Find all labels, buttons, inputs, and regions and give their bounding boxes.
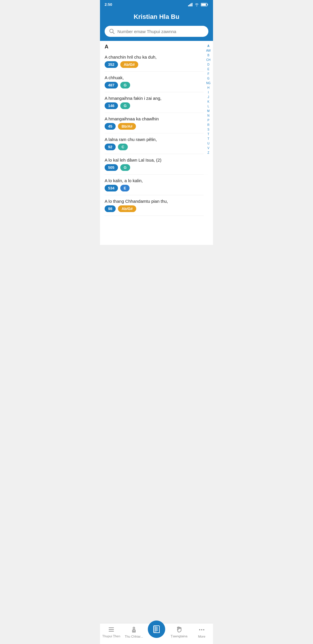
list-item[interactable]: A hmangaihna fakin i zai ang, 146 G bbox=[105, 92, 208, 113]
song-badges: 487 G bbox=[105, 82, 200, 88]
alpha-CH[interactable]: CH bbox=[206, 58, 210, 62]
song-badges: 534 E bbox=[105, 185, 200, 191]
header: Kristian Hla Bu bbox=[100, 9, 213, 26]
alpha-G[interactable]: G bbox=[207, 76, 210, 81]
search-icon bbox=[109, 29, 114, 34]
search-input[interactable] bbox=[117, 29, 204, 34]
alpha-Z[interactable]: Z bbox=[208, 151, 209, 155]
song-badges: 352 Ab/G# bbox=[105, 61, 200, 68]
alpha-I[interactable]: I bbox=[208, 90, 209, 95]
list-item[interactable]: A lo kalin, a lo kalin, 534 E bbox=[105, 175, 208, 195]
svg-rect-5 bbox=[208, 4, 208, 5]
song-number: 92 bbox=[105, 144, 116, 150]
song-badges: 45 Bb/A# bbox=[105, 123, 200, 130]
list-item[interactable]: A lo thang Chhandamtu pian thu, 98 Ab/G# bbox=[105, 195, 208, 216]
song-badges: 505 G bbox=[105, 164, 200, 171]
alpha-F[interactable]: F bbox=[208, 72, 209, 76]
alpha-H[interactable]: H bbox=[207, 86, 209, 90]
status-icons bbox=[188, 3, 208, 6]
alpha-V[interactable]: V bbox=[208, 146, 210, 151]
alpha-K[interactable]: K bbox=[208, 100, 210, 104]
song-number: 352 bbox=[105, 61, 118, 68]
section-letter: A bbox=[100, 41, 213, 51]
song-tag: C bbox=[118, 144, 128, 150]
song-tag: G bbox=[120, 102, 130, 109]
alpha-J[interactable]: J bbox=[208, 95, 209, 100]
song-title: A lo kalin, a lo kalin, bbox=[105, 178, 200, 183]
song-number: 98 bbox=[105, 205, 116, 212]
song-title: A hmangaihna fakin i zai ang, bbox=[105, 96, 200, 101]
song-tag: G bbox=[120, 82, 130, 88]
song-list: A chanchin hril chu ka duh, 352 Ab/G# A … bbox=[100, 51, 213, 216]
song-title: A chhuak, bbox=[105, 75, 200, 80]
alpha-N[interactable]: N bbox=[207, 113, 209, 118]
song-badges: 98 Ab/G# bbox=[105, 205, 200, 212]
list-item[interactable]: A chhuak, 487 G bbox=[105, 72, 208, 92]
song-tag: Bb/A# bbox=[118, 123, 136, 130]
alphabet-sidebar: A AW B CH D E F G NG H I J K L M N P R S… bbox=[204, 41, 213, 245]
svg-rect-6 bbox=[201, 3, 206, 6]
alpha-D[interactable]: D bbox=[207, 62, 209, 67]
svg-rect-2 bbox=[190, 3, 191, 6]
song-tag: Ab/G# bbox=[118, 205, 136, 212]
alpha-S[interactable]: S bbox=[208, 127, 210, 132]
alpha-R[interactable]: R bbox=[207, 123, 209, 127]
alpha-P[interactable]: P bbox=[208, 118, 210, 123]
song-title: A lo kal leh dâwn Lal Isua, (2) bbox=[105, 158, 200, 162]
song-title: A chanchin hril chu ka duh, bbox=[105, 55, 200, 59]
alpha-NG[interactable]: NG bbox=[206, 81, 211, 86]
battery-icon bbox=[201, 3, 208, 6]
content-area: A A chanchin hril chu ka duh, 352 Ab/G# … bbox=[100, 41, 213, 245]
list-item[interactable]: A lalna ram chu rawn pêlin, 92 C bbox=[105, 133, 208, 154]
signal-icon bbox=[188, 3, 193, 6]
alpha-L[interactable]: L bbox=[208, 104, 209, 109]
song-number: 505 bbox=[105, 164, 118, 171]
svg-rect-3 bbox=[192, 3, 192, 6]
song-badges: 92 C bbox=[105, 144, 200, 150]
search-bar bbox=[100, 26, 213, 41]
list-item[interactable]: A lo kal leh dâwn Lal Isua, (2) 505 G bbox=[105, 154, 208, 175]
alpha-T1[interactable]: T bbox=[208, 132, 209, 137]
list-item[interactable]: A hmangaihnaa ka chawlhin 45 Bb/A# bbox=[105, 113, 208, 133]
song-number: 45 bbox=[105, 123, 116, 130]
alpha-T2[interactable]: T bbox=[208, 137, 209, 141]
song-tag: Ab/G# bbox=[120, 61, 138, 68]
song-title: A lalna ram chu rawn pêlin, bbox=[105, 137, 200, 142]
alpha-M[interactable]: M bbox=[207, 109, 210, 113]
alpha-U[interactable]: U bbox=[207, 141, 209, 146]
song-badges: 146 G bbox=[105, 102, 200, 109]
page-title: Kristian Hla Bu bbox=[105, 13, 208, 21]
alpha-A[interactable]: A bbox=[207, 44, 209, 48]
status-bar: 2:50 bbox=[100, 0, 213, 9]
wifi-icon bbox=[194, 3, 199, 6]
song-title: A hmangaihnaa ka chawlhin bbox=[105, 116, 200, 121]
svg-line-8 bbox=[113, 32, 114, 34]
alpha-E[interactable]: E bbox=[208, 67, 210, 72]
svg-rect-1 bbox=[189, 4, 190, 6]
song-number: 534 bbox=[105, 185, 118, 191]
alpha-AW[interactable]: AW bbox=[206, 48, 211, 53]
content-scroll: A A chanchin hril chu ka duh, 352 Ab/G# … bbox=[100, 41, 213, 245]
song-title: A lo thang Chhandamtu pian thu, bbox=[105, 199, 200, 204]
search-container[interactable] bbox=[105, 26, 208, 37]
list-item[interactable]: A chanchin hril chu ka duh, 352 Ab/G# bbox=[105, 51, 208, 72]
status-time: 2:50 bbox=[105, 2, 112, 7]
svg-rect-0 bbox=[188, 5, 189, 6]
song-tag: E bbox=[120, 185, 130, 191]
song-tag: G bbox=[120, 164, 130, 171]
alpha-B[interactable]: B bbox=[208, 53, 210, 58]
song-number: 146 bbox=[105, 102, 118, 109]
song-number: 487 bbox=[105, 82, 118, 88]
